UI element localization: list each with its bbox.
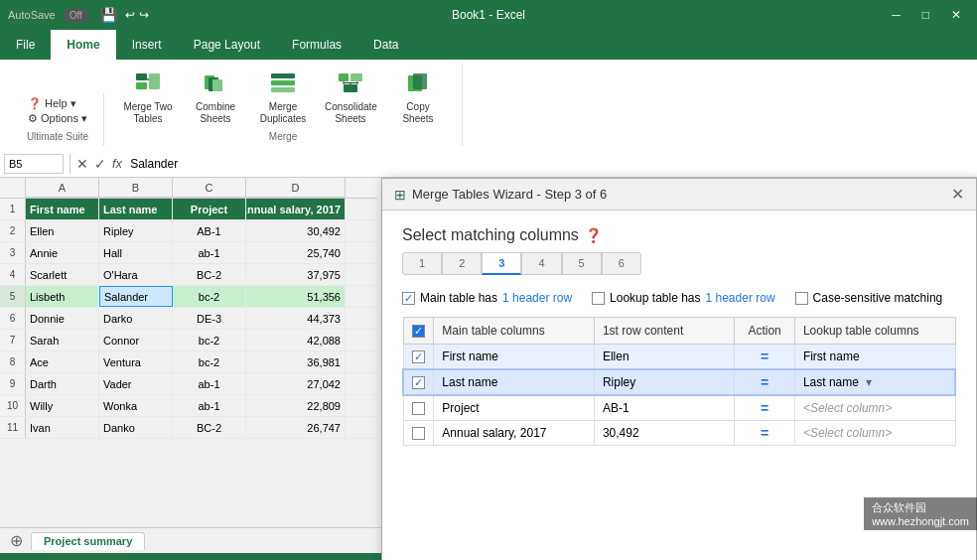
col-header-b[interactable]: B	[99, 178, 173, 198]
cell-c9[interactable]: ab-1	[173, 373, 246, 394]
function-icon[interactable]: fx	[112, 156, 122, 171]
help-button[interactable]: ❓ Help ▾	[28, 97, 87, 110]
cell-c6[interactable]: DE-3	[173, 308, 246, 329]
cell-c4[interactable]: BC-2	[173, 264, 246, 285]
lookup-table-header-checkbox[interactable]	[592, 292, 605, 305]
dropdown-arrow-icon[interactable]: ▾	[866, 375, 872, 389]
cell-c7[interactable]: bc-2	[173, 330, 246, 350]
cell-a2[interactable]: Ellen	[26, 220, 99, 241]
row4-lookup-col[interactable]: <Select column>	[794, 421, 955, 446]
copy-sheets-button[interactable]: Copy Sheets	[386, 64, 450, 129]
tab-page-layout[interactable]: Page Layout	[178, 30, 276, 60]
lookup-header-row-link[interactable]: 1 header row	[706, 291, 775, 305]
cell-b1[interactable]: Last name	[99, 199, 173, 219]
cell-b11[interactable]: Danko	[99, 417, 173, 438]
cell-c8[interactable]: bc-2	[173, 351, 246, 372]
cell-b2[interactable]: Ripley	[99, 220, 173, 241]
undo-icon[interactable]: ↩	[125, 8, 135, 22]
row2-lookup-col[interactable]: Last name ▾	[794, 369, 955, 395]
progress-tab-6[interactable]: 6	[602, 252, 641, 275]
close-button[interactable]: ✕	[943, 8, 969, 22]
cell-c11[interactable]: BC-2	[173, 417, 246, 438]
col-header-a[interactable]: A	[26, 178, 99, 198]
row3-main-col[interactable]: Project	[434, 395, 595, 421]
main-header-row-link[interactable]: 1 header row	[502, 291, 572, 305]
select-all-checkbox[interactable]	[412, 325, 425, 338]
col-header-d[interactable]: D	[246, 178, 346, 198]
row2-checkbox[interactable]	[412, 376, 425, 389]
progress-tab-2[interactable]: 2	[442, 252, 482, 275]
autosave-toggle[interactable]: Off	[64, 9, 88, 22]
cell-c3[interactable]: ab-1	[173, 242, 246, 263]
progress-tab-5[interactable]: 5	[562, 252, 602, 275]
tab-formulas[interactable]: Formulas	[276, 30, 357, 60]
row3-lookup-col[interactable]: <Select column>	[794, 395, 955, 421]
cell-b9[interactable]: Vader	[99, 373, 173, 394]
cell-d10[interactable]: 22,809	[246, 395, 346, 416]
row2-main-col[interactable]: Last name	[434, 369, 595, 395]
cell-a10[interactable]: Willy	[26, 395, 99, 416]
row4-checkbox[interactable]	[412, 427, 425, 440]
save-icon[interactable]: 💾	[100, 7, 117, 23]
col-header-c[interactable]: C	[173, 178, 246, 198]
wizard-heading-help-icon[interactable]: ❓	[585, 227, 602, 243]
cell-b8[interactable]: Ventura	[99, 351, 173, 372]
cell-b6[interactable]: Darko	[99, 308, 173, 329]
tab-insert[interactable]: Insert	[116, 30, 178, 60]
cell-d3[interactable]: 25,740	[246, 242, 346, 263]
merge-two-tables-button[interactable]: Merge Two Tables	[116, 64, 180, 129]
cell-d11[interactable]: 26,747	[246, 417, 346, 438]
redo-icon[interactable]: ↪	[139, 8, 149, 22]
minimize-button[interactable]: ─	[884, 8, 908, 22]
cell-reference[interactable]: B5	[4, 154, 64, 174]
wizard-close-button[interactable]: ✕	[951, 185, 964, 204]
row1-checkbox[interactable]	[412, 350, 425, 363]
cell-d4[interactable]: 37,975	[246, 264, 346, 285]
tab-home[interactable]: Home	[51, 30, 115, 60]
cell-d7[interactable]: 42,088	[246, 330, 346, 350]
cell-c2[interactable]: AB-1	[173, 220, 246, 241]
cell-a4[interactable]: Scarlett	[26, 264, 99, 285]
add-sheet-button[interactable]: ⊕	[4, 531, 29, 550]
cell-c10[interactable]: ab-1	[173, 395, 246, 416]
cell-b3[interactable]: Hall	[99, 242, 173, 263]
cell-d6[interactable]: 44,373	[246, 308, 346, 329]
cell-a5[interactable]: Lisbeth	[26, 286, 99, 307]
cell-d2[interactable]: 30,492	[246, 220, 346, 241]
cell-c5[interactable]: bc-2	[173, 286, 246, 307]
cell-b10[interactable]: Wonka	[99, 395, 173, 416]
row1-lookup-col[interactable]: First name	[794, 345, 955, 370]
formula-input[interactable]	[126, 154, 973, 174]
sheet-tab-project-summary[interactable]: Project summary	[31, 532, 145, 550]
main-table-header-checkbox[interactable]	[402, 292, 415, 305]
case-sensitive-checkbox[interactable]	[795, 292, 808, 305]
cell-a1[interactable]: First name	[26, 199, 99, 219]
maximize-button[interactable]: □	[914, 8, 937, 22]
combine-sheets-button[interactable]: Combine Sheets	[184, 64, 247, 129]
row4-main-col[interactable]: Annual salary, 2017	[434, 421, 595, 446]
cell-a7[interactable]: Sarah	[26, 330, 99, 350]
cell-d8[interactable]: 36,981	[246, 351, 346, 372]
cancel-formula-icon[interactable]: ✕	[76, 156, 88, 172]
cell-b5[interactable]: Salander	[99, 286, 173, 307]
tab-data[interactable]: Data	[357, 30, 414, 60]
cell-b4[interactable]: O'Hara	[99, 264, 173, 285]
options-button[interactable]: ⚙ Options ▾	[28, 112, 87, 125]
tab-file[interactable]: File	[0, 30, 51, 60]
cell-d5[interactable]: 51,356	[246, 286, 346, 307]
cell-b7[interactable]: Connor	[99, 330, 173, 350]
progress-tab-1[interactable]: 1	[402, 252, 442, 275]
consolidate-sheets-button[interactable]: Consolidate Sheets	[319, 64, 382, 129]
cell-d9[interactable]: 27,042	[246, 373, 346, 394]
progress-tab-3[interactable]: 3	[482, 252, 521, 275]
progress-tab-4[interactable]: 4	[521, 252, 561, 275]
cell-a3[interactable]: Annie	[26, 242, 99, 263]
row1-main-col[interactable]: First name	[434, 345, 595, 370]
confirm-formula-icon[interactable]: ✓	[94, 156, 106, 172]
cell-a8[interactable]: Ace	[26, 351, 99, 372]
cell-a6[interactable]: Donnie	[26, 308, 99, 329]
merge-duplicates-button[interactable]: Merge Duplicates	[251, 64, 315, 129]
cell-c1[interactable]: Project	[173, 199, 246, 219]
cell-a9[interactable]: Darth	[26, 373, 99, 394]
row3-checkbox[interactable]	[412, 402, 425, 415]
